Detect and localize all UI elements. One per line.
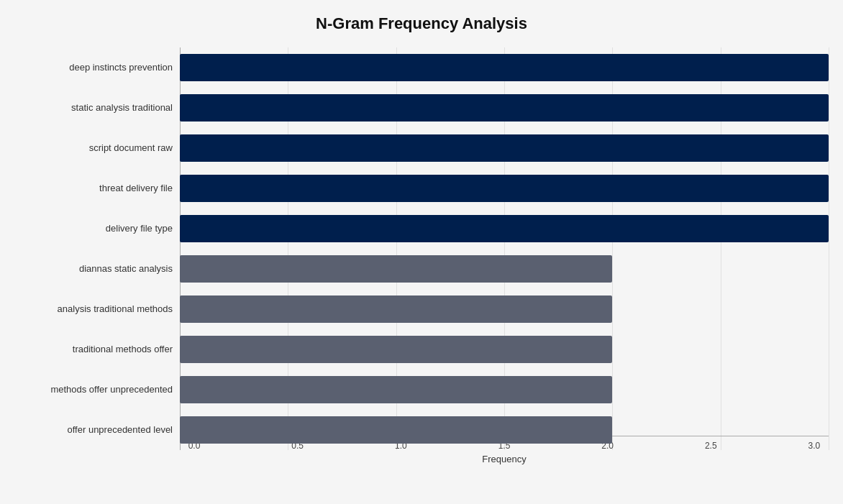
y-axis-label: script document raw — [14, 129, 173, 167]
bars-container — [180, 47, 829, 472]
plot-area: 0.00.51.01.52.02.53.0 Frequency — [180, 47, 829, 472]
y-axis-label: diannas static analysis — [14, 250, 173, 288]
bar-row — [180, 290, 829, 328]
bar — [180, 175, 829, 202]
y-axis-label: static analysis traditional — [14, 89, 173, 127]
chart-area: deep instincts preventionstatic analysis… — [14, 47, 829, 472]
grid-line — [829, 47, 829, 450]
y-axis-label: threat delivery file — [14, 170, 173, 207]
bar-row — [180, 89, 829, 127]
y-axis-labels: deep instincts preventionstatic analysis… — [14, 47, 180, 472]
y-axis-label: traditional methods offer — [14, 331, 173, 368]
bar — [180, 295, 612, 323]
bar — [180, 255, 612, 283]
chart-container: N-Gram Frequency Analysis deep instincts… — [0, 0, 843, 504]
bar-row — [180, 49, 829, 86]
bar — [180, 376, 612, 403]
y-axis-label: delivery file type — [14, 210, 173, 247]
chart-title: N-Gram Frequency Analysis — [14, 14, 829, 33]
y-axis-label: offer unprecedented level — [14, 411, 173, 449]
y-axis-label: deep instincts prevention — [14, 49, 173, 86]
bar-row — [180, 411, 829, 449]
y-axis-label: methods offer unprecedented — [14, 371, 173, 408]
bar-row — [180, 250, 829, 288]
bar — [180, 94, 829, 122]
bar-row — [180, 170, 829, 207]
bar-row — [180, 371, 829, 408]
bar — [180, 54, 829, 81]
bar — [180, 336, 612, 363]
bar — [180, 416, 612, 444]
bar — [180, 134, 829, 162]
y-axis-label: analysis traditional methods — [14, 290, 173, 328]
x-axis-label: Frequency — [180, 454, 829, 464]
bar-row — [180, 210, 829, 247]
bar-row — [180, 129, 829, 167]
bar — [180, 215, 829, 242]
bar-row — [180, 331, 829, 368]
